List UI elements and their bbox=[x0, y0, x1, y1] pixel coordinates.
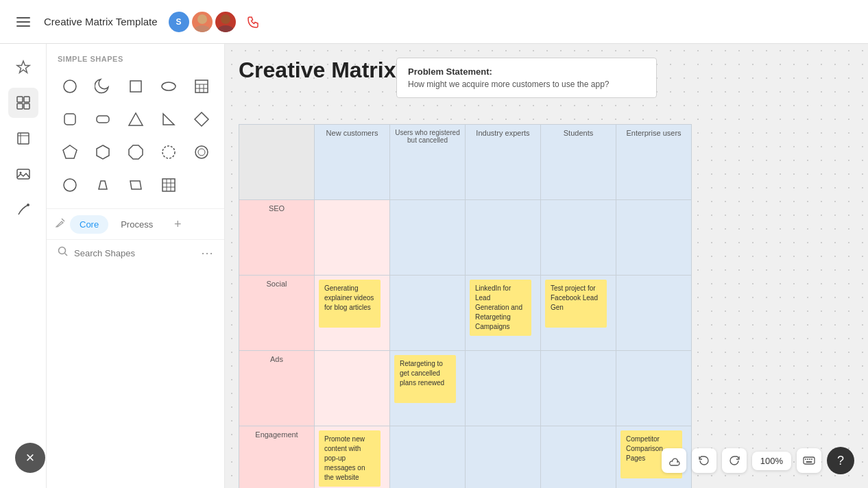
wand-icon bbox=[55, 217, 66, 231]
svg-point-17 bbox=[27, 204, 29, 206]
avatar-s: S bbox=[169, 12, 189, 32]
shape-moon[interactable] bbox=[88, 71, 118, 101]
shape-pentagon[interactable] bbox=[55, 137, 85, 167]
tab-add-button[interactable]: + bbox=[168, 215, 187, 234]
redo-button[interactable] bbox=[722, 448, 747, 473]
svg-marker-33 bbox=[129, 145, 143, 159]
svg-line-45 bbox=[62, 219, 64, 221]
sticky-social-0[interactable]: Generating explainer videos for blog art… bbox=[319, 280, 381, 328]
cell-seo-3 bbox=[541, 200, 616, 276]
svg-point-36 bbox=[198, 149, 205, 156]
shape-circle[interactable] bbox=[55, 71, 85, 101]
cell-ads-1: Retargeting to get cancelled plans renew… bbox=[390, 351, 466, 426]
svg-rect-10 bbox=[17, 103, 23, 109]
canvas-area: Creative Matrix Problem Statement: How m… bbox=[225, 44, 868, 488]
svg-marker-7 bbox=[17, 61, 29, 73]
shape-oval[interactable] bbox=[154, 71, 184, 101]
shape-hexagon[interactable] bbox=[88, 137, 118, 167]
shape-diamond[interactable] bbox=[186, 104, 217, 134]
help-button[interactable]: ? bbox=[827, 447, 854, 474]
cell-social-1 bbox=[390, 276, 466, 351]
svg-point-3 bbox=[197, 14, 207, 24]
col-header-4: Enterprise users bbox=[616, 125, 692, 200]
svg-point-37 bbox=[64, 179, 76, 191]
row-header-seo: SEO bbox=[239, 200, 315, 276]
fab-close-button[interactable]: × bbox=[15, 443, 45, 473]
cell-eng-1 bbox=[390, 426, 466, 489]
sidebar-icon-star[interactable] bbox=[8, 52, 38, 82]
svg-rect-8 bbox=[17, 97, 23, 102]
shape-rounded-square[interactable] bbox=[55, 104, 85, 134]
svg-rect-12 bbox=[18, 133, 29, 144]
shape-table[interactable] bbox=[186, 71, 217, 101]
canvas-content: Creative Matrix Problem Statement: How m… bbox=[239, 58, 692, 488]
keyboard-shortcuts-button[interactable] bbox=[797, 448, 821, 473]
undo-button[interactable] bbox=[692, 448, 716, 473]
svg-marker-29 bbox=[163, 114, 174, 125]
sticky-social-2[interactable]: LinkedIn for Lead Generation and Retarge… bbox=[470, 280, 531, 336]
cell-seo-0 bbox=[315, 200, 390, 276]
zoom-level[interactable]: 100% bbox=[752, 452, 791, 470]
row-header-engagement: Engagement bbox=[239, 426, 315, 489]
cell-social-3: Test project for Facebook Lead Gen bbox=[541, 276, 616, 351]
cell-seo-4 bbox=[616, 200, 692, 276]
sticky-social-3[interactable]: Test project for Facebook Lead Gen bbox=[545, 280, 607, 328]
svg-point-6 bbox=[217, 25, 234, 32]
shape-rounded-rect[interactable] bbox=[88, 104, 118, 134]
svg-point-35 bbox=[195, 146, 208, 158]
tab-process[interactable]: Process bbox=[111, 215, 162, 234]
svg-marker-39 bbox=[130, 181, 141, 189]
call-button[interactable] bbox=[241, 10, 266, 34]
cell-social-2: LinkedIn for Lead Generation and Retarge… bbox=[466, 276, 541, 351]
shape-square[interactable] bbox=[121, 71, 151, 101]
svg-rect-21 bbox=[195, 80, 208, 93]
sticky-ads-1[interactable]: Retargeting to get cancelled plans renew… bbox=[394, 355, 456, 403]
svg-rect-1 bbox=[16, 21, 30, 23]
svg-rect-11 bbox=[24, 103, 29, 109]
sidebar-icon-frame[interactable] bbox=[8, 123, 38, 154]
svg-rect-19 bbox=[130, 81, 141, 92]
row-header-ads: Ads bbox=[239, 351, 315, 426]
svg-point-18 bbox=[64, 80, 76, 93]
svg-marker-32 bbox=[97, 145, 109, 159]
shape-tabs-row: Core Process + bbox=[47, 208, 224, 239]
shape-ring[interactable] bbox=[186, 137, 217, 167]
shapes-panel: Simple Shapes Core Process + bbox=[47, 44, 225, 488]
matrix-container: New customers Users who registeredbut ca… bbox=[239, 124, 692, 488]
row-header-social: Social bbox=[239, 276, 315, 351]
shape-right-triangle[interactable] bbox=[154, 104, 184, 134]
cell-ads-0 bbox=[315, 351, 390, 426]
svg-point-16 bbox=[19, 172, 21, 174]
svg-marker-30 bbox=[195, 112, 208, 126]
shape-circle2[interactable] bbox=[154, 137, 184, 167]
svg-marker-28 bbox=[129, 113, 143, 125]
sidebar-icon-image[interactable] bbox=[8, 159, 38, 189]
svg-rect-15 bbox=[17, 169, 29, 179]
search-more-button[interactable]: ⋯ bbox=[201, 245, 213, 260]
shape-trapezoid[interactable] bbox=[88, 170, 118, 200]
bottom-controls: 100% ? bbox=[662, 447, 854, 474]
cell-social-4 bbox=[616, 276, 692, 351]
cell-seo-2 bbox=[466, 200, 541, 276]
header: Creative Matrix Template S bbox=[0, 0, 868, 44]
app-title: Creative Matrix Template bbox=[44, 16, 158, 27]
svg-rect-40 bbox=[162, 179, 175, 191]
avatar-group: S bbox=[169, 10, 266, 34]
tab-core[interactable]: Core bbox=[70, 215, 108, 234]
sticky-eng-0[interactable]: Promote new content with pop-up messages… bbox=[319, 430, 381, 487]
svg-marker-31 bbox=[63, 145, 77, 158]
shape-triangle[interactable] bbox=[121, 104, 151, 134]
menu-button[interactable] bbox=[11, 10, 36, 34]
shape-grid[interactable] bbox=[154, 170, 184, 200]
cloud-save-button[interactable] bbox=[662, 448, 686, 473]
sidebar-icon-draw[interactable] bbox=[8, 195, 38, 225]
svg-rect-2 bbox=[16, 25, 30, 27]
shape-parallelogram[interactable] bbox=[121, 170, 151, 200]
search-shapes-input[interactable] bbox=[74, 248, 195, 258]
svg-point-34 bbox=[162, 146, 175, 158]
sidebar-icon-shapes[interactable] bbox=[8, 88, 38, 118]
shape-octagon[interactable] bbox=[121, 137, 151, 167]
problem-statement-title: Problem Statement: bbox=[408, 66, 645, 77]
shape-circle3[interactable] bbox=[55, 170, 85, 200]
svg-line-47 bbox=[65, 254, 68, 256]
